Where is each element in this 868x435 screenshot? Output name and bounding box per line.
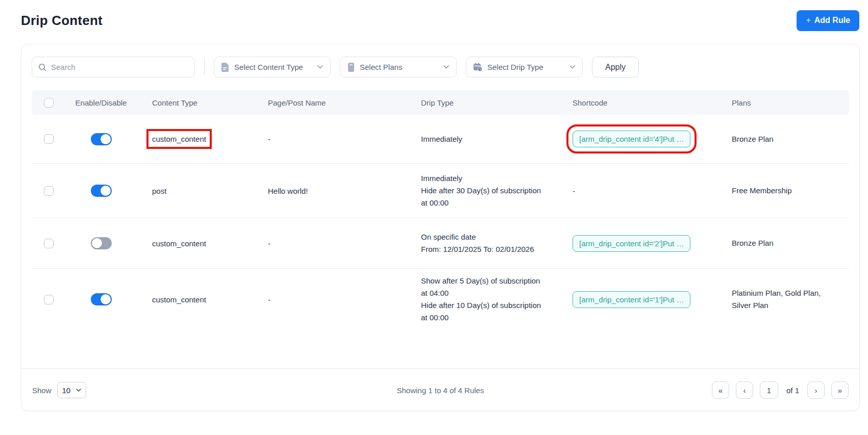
content-type-icon [221, 63, 229, 72]
column-page-post-name: Page/Post Name [256, 90, 409, 115]
enable-disable-toggle[interactable] [91, 185, 112, 197]
search-box [32, 57, 195, 78]
column-shortcode: Shortcode [562, 90, 722, 115]
select-content-type-label: Select Content Type [234, 63, 312, 71]
shortcode-chip[interactable]: [arm_drip_content id='2']Put … [573, 235, 690, 252]
select-all-checkbox[interactable] [44, 98, 54, 108]
drip-type-value: On specific date From: 12/01/2025 To: 02… [421, 231, 534, 255]
page-size-value: 10 [62, 386, 71, 395]
column-content-type: Content Type [142, 90, 256, 115]
enable-disable-toggle[interactable] [91, 133, 112, 145]
pagination: « ‹ 1 of 1 › » [577, 381, 849, 399]
plans-value: Bronze Plan [732, 133, 774, 145]
plans-value: Free Membership [732, 185, 792, 197]
page-header: Drip Content + Add Rule [0, 0, 868, 32]
table-body: custom_content - Immediately [arm_drip_c… [32, 115, 849, 368]
table-row: post Hello world! Immediately Hide after… [32, 164, 849, 218]
row-checkbox[interactable] [44, 186, 54, 196]
drip-type-value: Immediately [421, 133, 462, 145]
add-rule-button[interactable]: + Add Rule [797, 10, 859, 31]
select-content-type-dropdown[interactable]: Select Content Type [214, 57, 331, 78]
content-type-value: post [152, 187, 166, 195]
column-plans: Plans [722, 90, 849, 115]
enable-disable-toggle[interactable] [91, 293, 112, 305]
pagination-current-page[interactable]: 1 [760, 381, 778, 399]
page-post-name-value: - [268, 295, 270, 304]
pagination-next-button[interactable]: › [807, 381, 825, 399]
rows-summary: Showing 1 to 4 of 4 Rules [304, 386, 576, 395]
plans-icon [348, 63, 355, 72]
table-row: custom_content - Show after 5 Day(s) of … [32, 269, 849, 368]
select-drip-type-dropdown[interactable]: Select Drip Type [466, 57, 583, 78]
row-checkbox[interactable] [44, 239, 54, 248]
pagination-first-button[interactable]: « [712, 381, 729, 399]
select-plans-dropdown[interactable]: Select Plans [340, 57, 457, 78]
select-plans-label: Select Plans [360, 63, 438, 71]
page-post-name-value: - [268, 135, 270, 143]
pagination-last-button[interactable]: » [831, 381, 849, 399]
plans-value: Bronze Plan [732, 237, 774, 249]
table-row: custom_content - Immediately [arm_drip_c… [32, 115, 849, 164]
table-row: custom_content - On specific date From: … [32, 218, 849, 269]
drip-type-value: Immediately Hide after 30 Day(s) of subs… [421, 172, 541, 209]
shortcode-chip[interactable]: [arm_drip_content id='1']Put … [573, 291, 690, 308]
pagination-of-label: of 1 [786, 386, 799, 395]
shortcode-chip: - [573, 187, 575, 195]
plans-value: Platinium Plan, Gold Plan, Silver Plan [732, 287, 837, 312]
page-size-select[interactable]: 10 [57, 382, 86, 398]
page-post-name-value: Hello world! [268, 187, 308, 195]
content-type-value: custom_content [152, 295, 206, 304]
drip-type-icon [474, 63, 482, 71]
toolbar-divider [204, 60, 205, 75]
drip-rules-card: Select Content Type Select Plans [21, 44, 860, 411]
chevron-down-icon [443, 65, 449, 69]
select-drip-type-label: Select Drip Type [487, 63, 564, 71]
content-type-value: custom_content [152, 239, 206, 248]
enable-disable-toggle[interactable] [91, 237, 112, 249]
chevron-down-icon [76, 389, 81, 392]
column-drip-type: Drip Type [409, 90, 562, 115]
table-footer: Show 10 Showing 1 to 4 of 4 Rules « ‹ 1 … [21, 368, 859, 412]
add-rule-label: Add Rule [814, 16, 850, 25]
content-type-value: custom_content [152, 135, 206, 143]
toolbar: Select Content Type Select Plans [32, 57, 849, 78]
page-title: Drip Content [21, 13, 103, 29]
search-input[interactable] [51, 63, 188, 71]
toggle-knob [101, 294, 111, 304]
search-icon [38, 63, 46, 71]
shortcode-chip[interactable]: [arm_drip_content id='4']Put … [573, 131, 690, 147]
row-checkbox[interactable] [44, 295, 54, 304]
pagination-prev-button[interactable]: ‹ [736, 381, 753, 399]
drip-type-value: Show after 5 Day(s) of subscription at 0… [421, 275, 541, 324]
column-enable-disable: Enable/Disable [60, 90, 142, 115]
table-header: Enable/Disable Content Type Page/Post Na… [32, 90, 849, 115]
chevron-down-icon [569, 65, 575, 69]
page-post-name-value: - [268, 239, 270, 248]
plus-icon: + [806, 16, 810, 25]
row-checkbox[interactable] [44, 134, 54, 144]
show-label: Show [32, 386, 52, 395]
page-size-control: Show 10 [32, 382, 304, 398]
toggle-knob [101, 134, 111, 144]
toggle-knob [92, 238, 102, 248]
chevron-down-icon [317, 65, 323, 69]
toggle-knob [101, 186, 111, 196]
apply-button[interactable]: Apply [592, 57, 639, 78]
